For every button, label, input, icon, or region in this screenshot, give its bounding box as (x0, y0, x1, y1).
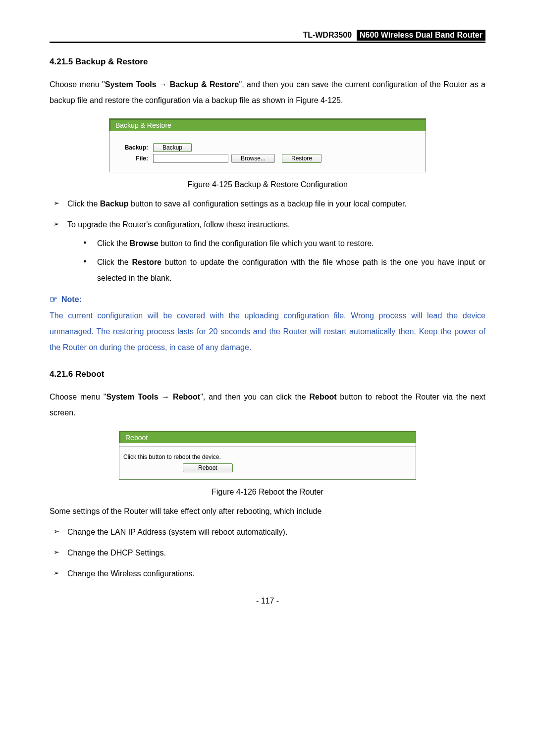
text: Click the (97, 239, 130, 248)
bold-text: System Tools (106, 393, 158, 401)
figure-caption-126: Figure 4-126 Reboot the Router (50, 488, 485, 497)
bold-text: Restore (132, 258, 161, 266)
bold-text: System Tools (105, 80, 157, 89)
reboot-button-row: Reboot (123, 463, 408, 472)
file-path-input[interactable] (153, 154, 228, 163)
panel-title: Reboot (119, 431, 416, 443)
text: Choose menu " (50, 80, 105, 89)
panel-body: Click this button to reboot the device. … (119, 447, 416, 479)
section2-intro: Choose menu "System Tools → Reboot", and… (50, 389, 485, 421)
panel-separator (119, 443, 416, 447)
file-label: File: (113, 155, 153, 162)
note-icon: ☞ (50, 294, 57, 305)
bold-text: Browse (130, 239, 159, 248)
note-text: The current configuration will be covere… (50, 308, 485, 355)
reboot-help-text: Click this button to reboot the device. (123, 454, 408, 460)
arrow-text: → (157, 80, 170, 89)
bold-text: Backup (100, 200, 129, 208)
backup-restore-panel: Backup & Restore Backup: Backup File: Br… (109, 118, 426, 172)
text: To upgrade the Router's configuration, f… (67, 220, 290, 229)
figure-backup-restore: Backup & Restore Backup: Backup File: Br… (109, 118, 426, 172)
text: ", and then you can click the (200, 393, 309, 401)
model-number: TL-WDR3500 (303, 31, 352, 40)
list-item: To upgrade the Router's configuration, f… (50, 217, 485, 286)
panel-body: Backup: Backup File: Browse... Restore (109, 134, 426, 172)
text: button to find the configuration file wh… (159, 239, 374, 248)
reboot-button[interactable]: Reboot (183, 463, 233, 472)
section2-outro: Some settings of the Router will take ef… (50, 504, 485, 519)
file-row: File: Browse... Restore (113, 154, 418, 163)
list-item: Click the Restore button to update the c… (79, 254, 485, 286)
section-title-backup-restore: 4.21.5 Backup & Restore (50, 57, 485, 67)
restore-button[interactable]: Restore (282, 154, 321, 163)
browse-button[interactable]: Browse... (231, 154, 275, 163)
text: Click the (97, 258, 132, 266)
text: Choose menu " (50, 393, 106, 401)
bold-text: Reboot (173, 393, 200, 401)
text: button to save all configuration setting… (129, 200, 407, 208)
text: Click the (67, 200, 100, 208)
product-name: N600 Wireless Dual Band Router (357, 30, 485, 41)
document-page: TL-WDR3500 N600 Wireless Dual Band Route… (0, 0, 535, 756)
text: Change the Wireless configurations. (67, 569, 195, 578)
bold-text: Reboot (309, 393, 336, 401)
figure-caption-125: Figure 4-125 Backup & Restore Configurat… (50, 180, 485, 189)
list-item: Click the Backup button to save all conf… (50, 196, 485, 212)
list-item: Change the Wireless configurations. (50, 566, 485, 582)
figure-reboot: Reboot Click this button to reboot the d… (119, 431, 416, 480)
sub-instruction-list: Click the Browse button to find the conf… (67, 236, 485, 286)
page-number: - 117 - (50, 597, 485, 605)
document-header: TL-WDR3500 N600 Wireless Dual Band Route… (50, 30, 485, 43)
reboot-effects-list: Change the LAN IP Address (system will r… (50, 524, 485, 582)
panel-title: Backup & Restore (109, 119, 426, 131)
text: Change the LAN IP Address (system will r… (67, 528, 287, 536)
reboot-panel: Reboot Click this button to reboot the d… (119, 431, 416, 480)
backup-row: Backup: Backup (113, 143, 418, 152)
list-item: Change the LAN IP Address (system will r… (50, 524, 485, 540)
bold-text: Backup & Restore (170, 80, 239, 89)
text: Change the DHCP Settings. (67, 549, 166, 557)
section1-intro: Choose menu "System Tools → Backup & Res… (50, 77, 485, 108)
arrow-text: → (159, 393, 173, 401)
list-item: Change the DHCP Settings. (50, 545, 485, 561)
section-title-reboot: 4.21.6 Reboot (50, 369, 485, 379)
backup-label: Backup: (113, 144, 153, 151)
instruction-list: Click the Backup button to save all conf… (50, 196, 485, 286)
backup-button[interactable]: Backup (153, 143, 192, 152)
panel-separator (109, 131, 426, 134)
note-label: Note: (61, 295, 82, 304)
list-item: Click the Browse button to find the conf… (79, 236, 485, 252)
note-heading: ☞ Note: (50, 294, 485, 305)
